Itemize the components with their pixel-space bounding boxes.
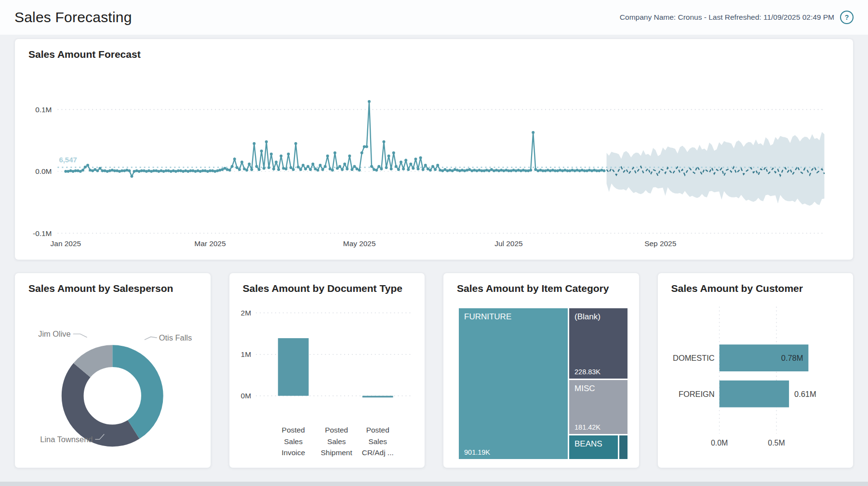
data-point-marker[interactable]: [250, 168, 253, 171]
data-point-marker[interactable]: [505, 169, 507, 171]
data-point-marker[interactable]: [72, 170, 75, 173]
data-point-marker[interactable]: [108, 170, 111, 172]
data-point-marker[interactable]: [532, 131, 534, 134]
data-point-marker[interactable]: [155, 170, 158, 172]
data-point-marker[interactable]: [434, 168, 437, 171]
sales-by-salesperson-donut-chart[interactable]: Otis FallsLina TownsendJim Olive: [15, 273, 211, 468]
data-point-marker[interactable]: [414, 158, 417, 160]
data-point-marker[interactable]: [404, 159, 407, 162]
data-point-marker[interactable]: [257, 168, 260, 171]
data-point-marker[interactable]: [304, 168, 307, 171]
data-point-marker[interactable]: [138, 170, 141, 173]
data-point-marker[interactable]: [446, 170, 449, 172]
data-point-marker[interactable]: [551, 169, 554, 171]
data-point-marker[interactable]: [510, 170, 513, 172]
data-point-marker[interactable]: [67, 170, 69, 173]
data-point-marker[interactable]: [135, 170, 138, 172]
data-point-marker[interactable]: [133, 170, 136, 173]
data-point-marker[interactable]: [409, 162, 412, 165]
bar-foreign[interactable]: [719, 381, 788, 407]
data-point-marker[interactable]: [341, 168, 344, 171]
data-point-marker[interactable]: [187, 170, 189, 173]
data-point-marker[interactable]: [284, 168, 287, 171]
data-point-marker[interactable]: [248, 162, 251, 165]
data-point-marker[interactable]: [392, 151, 395, 154]
data-point-marker[interactable]: [106, 170, 109, 173]
data-point-marker[interactable]: [69, 170, 72, 172]
data-point-marker[interactable]: [456, 169, 459, 171]
data-point-marker[interactable]: [495, 169, 498, 171]
data-point-marker[interactable]: [581, 169, 584, 171]
data-point-marker[interactable]: [91, 170, 94, 172]
data-point-marker[interactable]: [113, 170, 116, 172]
data-point-marker[interactable]: [586, 170, 588, 172]
data-point-marker[interactable]: [590, 170, 593, 172]
data-point-marker[interactable]: [270, 153, 273, 156]
data-point-marker[interactable]: [263, 167, 266, 170]
data-point-marker[interactable]: [84, 166, 87, 169]
data-point-marker[interactable]: [422, 168, 425, 171]
data-point-marker[interactable]: [172, 170, 175, 172]
treemap-tile--blank-[interactable]: (Blank)228.83K: [569, 308, 628, 379]
sales-amount-forecast-chart[interactable]: 0.1M0.0M-0.1MJan 2025Mar 2025May 2025Jul…: [15, 39, 853, 260]
help-icon[interactable]: ?: [840, 11, 854, 24]
data-point-marker[interactable]: [160, 170, 162, 172]
data-point-marker[interactable]: [253, 142, 255, 145]
data-point-marker[interactable]: [578, 170, 581, 172]
data-point-marker[interactable]: [576, 169, 579, 171]
data-point-marker[interactable]: [98, 167, 101, 170]
data-point-marker[interactable]: [267, 166, 270, 169]
data-point-marker[interactable]: [365, 145, 368, 148]
data-point-marker[interactable]: [311, 162, 314, 165]
bar-posted-sales-cr-adj-[interactable]: [362, 396, 393, 397]
data-point-marker[interactable]: [216, 170, 219, 172]
data-point-marker[interactable]: [512, 169, 515, 171]
sales-by-item-category-treemap[interactable]: FURNITURE901.19K(Blank)228.83KMISC181.42…: [459, 308, 628, 459]
data-point-marker[interactable]: [118, 170, 121, 173]
data-point-marker[interactable]: [89, 169, 92, 171]
data-point-marker[interactable]: [598, 170, 601, 172]
data-point-marker[interactable]: [260, 149, 263, 152]
data-point-marker[interactable]: [571, 169, 574, 171]
data-point-marker[interactable]: [128, 170, 131, 172]
data-point-marker[interactable]: [549, 170, 552, 172]
data-point-marker[interactable]: [116, 170, 119, 172]
data-point-marker[interactable]: [588, 169, 591, 171]
data-point-marker[interactable]: [331, 169, 334, 171]
data-point-marker[interactable]: [593, 169, 596, 171]
data-point-marker[interactable]: [123, 170, 126, 172]
data-point-marker[interactable]: [429, 169, 432, 171]
data-point-marker[interactable]: [238, 168, 241, 171]
data-point-marker[interactable]: [86, 164, 89, 167]
treemap-tile-beans[interactable]: BEANS: [569, 435, 618, 459]
data-point-marker[interactable]: [443, 168, 446, 171]
data-point-marker[interactable]: [294, 142, 297, 145]
data-point-marker[interactable]: [101, 170, 104, 172]
data-point-marker[interactable]: [236, 166, 239, 169]
data-point-marker[interactable]: [380, 168, 383, 171]
data-point-marker[interactable]: [167, 170, 170, 172]
data-point-marker[interactable]: [544, 170, 547, 172]
data-point-marker[interactable]: [559, 169, 561, 171]
data-point-marker[interactable]: [470, 170, 473, 172]
data-point-marker[interactable]: [583, 170, 586, 172]
forecast-confidence-band[interactable]: [607, 132, 825, 206]
data-point-marker[interactable]: [226, 168, 228, 171]
data-point-marker[interactable]: [316, 169, 319, 171]
data-point-marker[interactable]: [568, 170, 571, 172]
data-point-marker[interactable]: [547, 169, 549, 171]
data-point-marker[interactable]: [370, 165, 373, 168]
data-point-marker[interactable]: [206, 170, 209, 173]
data-point-marker[interactable]: [463, 170, 466, 172]
data-point-marker[interactable]: [488, 170, 491, 172]
data-point-marker[interactable]: [292, 168, 295, 171]
data-point-marker[interactable]: [79, 170, 82, 173]
data-point-marker[interactable]: [475, 170, 478, 172]
data-point-marker[interactable]: [143, 170, 146, 172]
data-point-marker[interactable]: [419, 157, 422, 159]
data-point-marker[interactable]: [191, 170, 194, 172]
data-point-marker[interactable]: [265, 140, 268, 143]
data-point-marker[interactable]: [297, 166, 300, 169]
data-point-marker[interactable]: [228, 169, 231, 171]
data-point-marker[interactable]: [194, 170, 197, 173]
